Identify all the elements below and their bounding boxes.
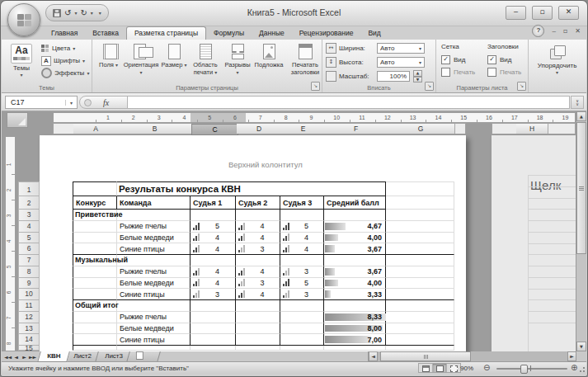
ribbon-tab-1[interactable]: Главная bbox=[44, 27, 85, 40]
fit-combo-2[interactable]: Авто▾ bbox=[377, 57, 425, 68]
average-cell[interactable]: 3,67 bbox=[324, 243, 386, 255]
page-setup-button-6[interactable]: Подложка bbox=[252, 40, 285, 76]
page-setup-button-3[interactable]: Размер ▾ bbox=[160, 40, 188, 76]
scroll-down-button[interactable]: ▼ bbox=[576, 342, 586, 351]
cell[interactable] bbox=[236, 300, 280, 312]
cell[interactable] bbox=[324, 346, 386, 351]
ribbon-tab-7[interactable]: Вид bbox=[360, 27, 388, 40]
cell[interactable] bbox=[280, 300, 324, 312]
judge-score[interactable] bbox=[280, 312, 324, 323]
average-cell[interactable]: 7,00 bbox=[324, 334, 386, 346]
cell[interactable] bbox=[117, 255, 191, 266]
themes-button[interactable]: Аа Темы▾ bbox=[7, 40, 36, 77]
row-header-13[interactable]: 13 bbox=[18, 323, 40, 335]
workbook-restore-button[interactable]: ▫ bbox=[563, 26, 567, 36]
checkbox-checked-icon[interactable]: ✓ bbox=[441, 55, 450, 64]
cell[interactable] bbox=[280, 346, 324, 351]
judge-score[interactable] bbox=[280, 323, 324, 335]
cell[interactable] bbox=[324, 300, 386, 312]
cell[interactable] bbox=[73, 221, 117, 233]
cell[interactable] bbox=[117, 300, 191, 312]
fit-combo-1[interactable]: Авто▾ bbox=[377, 43, 425, 54]
themes-option-1[interactable]: Цвета▾ bbox=[40, 42, 89, 54]
normal-view-button[interactable] bbox=[419, 364, 433, 372]
zoom-out-button[interactable]: ⊖ bbox=[483, 364, 490, 372]
judge-score[interactable]: 5 bbox=[191, 221, 236, 233]
judge-score[interactable] bbox=[280, 334, 324, 346]
column-header-A[interactable]: A bbox=[73, 124, 119, 134]
cell-g[interactable] bbox=[386, 278, 454, 290]
column-header-C[interactable]: C bbox=[191, 124, 238, 135]
cell-g[interactable] bbox=[386, 289, 454, 300]
page-setup-dialog-launcher[interactable]: ↘ bbox=[311, 82, 320, 91]
formula-input[interactable] bbox=[127, 96, 570, 109]
judge-score[interactable]: 4 bbox=[191, 243, 236, 255]
cell[interactable] bbox=[324, 255, 386, 266]
name-box-dropdown-arrow[interactable]: ▾ bbox=[65, 100, 77, 106]
ribbon-tab-2[interactable]: Вставка bbox=[85, 27, 126, 40]
team-name[interactable]: Рыжие пчелы bbox=[117, 312, 191, 323]
sheet-tab-1[interactable]: КВН bbox=[37, 351, 70, 362]
team-name[interactable]: Синие птицы bbox=[117, 243, 191, 255]
scale-to-fit-dialog-launcher[interactable]: ↘ bbox=[425, 82, 434, 91]
column-header-H[interactable]: H bbox=[516, 124, 548, 134]
cell-g[interactable] bbox=[386, 255, 454, 266]
table-title[interactable]: Результаты конкурса КВН bbox=[117, 181, 386, 196]
cell-g[interactable] bbox=[386, 243, 454, 255]
judge-score[interactable]: 3 bbox=[280, 266, 324, 278]
cell[interactable] bbox=[280, 255, 324, 266]
expand-formula-bar-button[interactable]: ∨∨ bbox=[571, 96, 584, 109]
maximize-button[interactable]: ▫ bbox=[532, 6, 553, 20]
average-cell[interactable]: 4,67 bbox=[324, 221, 386, 233]
cell[interactable] bbox=[191, 255, 236, 266]
column-header-B[interactable]: B bbox=[118, 124, 192, 134]
office-button[interactable] bbox=[7, 3, 40, 36]
section-label[interactable]: Приветствие bbox=[73, 210, 117, 221]
undo-dropdown-arrow[interactable]: ▾ bbox=[74, 10, 77, 16]
zoom-in-button[interactable]: ⊕ bbox=[571, 364, 577, 372]
scale-input[interactable]: 100% bbox=[377, 71, 410, 82]
row-header-5[interactable]: 5 bbox=[18, 233, 40, 244]
help-icon[interactable]: ? bbox=[532, 25, 544, 37]
close-button[interactable]: ✕ bbox=[558, 6, 579, 20]
cell-g[interactable] bbox=[386, 221, 454, 233]
column-header-E[interactable]: E bbox=[281, 124, 326, 134]
redo-dropdown-arrow[interactable]: ▾ bbox=[91, 10, 93, 16]
cell[interactable] bbox=[236, 210, 280, 221]
page-layout-view-button[interactable] bbox=[433, 364, 447, 372]
judge-score[interactable]: 3 bbox=[236, 243, 280, 255]
cell[interactable] bbox=[324, 210, 386, 221]
judge-score[interactable] bbox=[236, 323, 280, 335]
scroll-up-button[interactable]: ▲ bbox=[576, 111, 586, 121]
row-header-2[interactable]: 2 bbox=[18, 196, 40, 210]
row-header-3[interactable]: 3 bbox=[18, 210, 40, 221]
judge-score[interactable] bbox=[191, 312, 236, 323]
cell[interactable] bbox=[117, 346, 191, 351]
page-setup-button-7[interactable]: Печататьзаголовки bbox=[285, 40, 325, 76]
first-sheet-button[interactable]: ◄◄ bbox=[4, 354, 12, 360]
zoom-slider-track[interactable] bbox=[496, 368, 567, 370]
row-header-6[interactable]: 6 bbox=[18, 243, 40, 255]
scroll-left-button[interactable]: ◄ bbox=[369, 351, 378, 361]
table-header-4[interactable]: Судья 2 bbox=[236, 196, 280, 210]
judge-score[interactable]: 4 bbox=[236, 266, 280, 278]
team-name[interactable]: Белые медведи bbox=[117, 323, 191, 335]
cell[interactable] bbox=[73, 278, 117, 290]
judge-score[interactable]: 3 bbox=[191, 289, 236, 300]
judge-score[interactable] bbox=[236, 312, 280, 323]
row-header-8[interactable]: 8 bbox=[18, 266, 40, 278]
average-cell[interactable]: 3,67 bbox=[324, 266, 386, 278]
judge-score[interactable]: 4 bbox=[236, 289, 280, 300]
judge-score[interactable]: 3 bbox=[236, 278, 280, 290]
average-cell[interactable]: 3,33 bbox=[324, 289, 386, 300]
scale-spinner[interactable]: ▲▼ bbox=[413, 70, 422, 82]
average-cell[interactable]: 4,00 bbox=[324, 233, 386, 244]
checkbox-checked-icon[interactable]: ✓ bbox=[487, 55, 496, 64]
cell-a1[interactable] bbox=[73, 181, 117, 196]
judge-score[interactable]: 4 bbox=[280, 233, 324, 244]
cell[interactable] bbox=[73, 266, 117, 278]
cell-g2[interactable] bbox=[386, 196, 454, 210]
cell-g[interactable] bbox=[386, 323, 454, 335]
average-cell[interactable]: 8,33 bbox=[324, 312, 386, 323]
cell-g[interactable] bbox=[386, 210, 454, 221]
